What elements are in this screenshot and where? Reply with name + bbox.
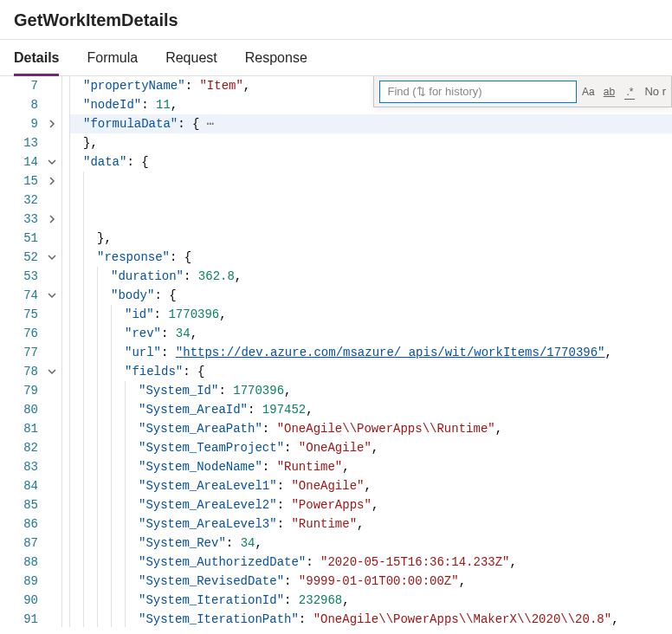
line-number: 79 <box>5 381 38 400</box>
fold-closed-icon[interactable] <box>42 171 61 191</box>
code-line[interactable]: "url": "https://dev.azure.com/msazure/_a… <box>69 343 672 362</box>
find-widget: Aa ab .* No r <box>373 76 672 107</box>
code-line[interactable]: "System_RevisedDate": "9999-01-01T00:00:… <box>69 572 672 591</box>
code-line[interactable]: "System_AreaPath": "OneAgile\\PowerApps\… <box>69 419 672 438</box>
line-number: 88 <box>5 553 38 572</box>
code-line[interactable]: "body": { <box>69 286 672 305</box>
fold-spacer <box>42 534 61 553</box>
code-line[interactable]: "fields": { <box>69 362 672 381</box>
line-number: 76 <box>5 324 38 343</box>
code-line[interactable]: }, <box>69 229 672 248</box>
line-number: 77 <box>5 343 38 362</box>
code-line[interactable]: "System_AreaId": 197452, <box>69 400 672 419</box>
line-number: 85 <box>5 495 38 514</box>
regex-toggle[interactable]: .* <box>620 82 639 101</box>
line-number: 14 <box>5 152 38 171</box>
code-line[interactable]: "System_IterationPath": "OneAgile\\Power… <box>69 610 672 627</box>
code-line[interactable]: "System_AreaLevel1": "OneAgile", <box>69 476 672 495</box>
fold-spacer <box>42 514 61 534</box>
fold-open-icon[interactable] <box>42 152 61 171</box>
line-number: 74 <box>5 286 38 305</box>
line-number: 13 <box>5 133 38 152</box>
fold-spacer <box>42 95 61 114</box>
code-line[interactable]: "id": 1770396, <box>69 305 672 324</box>
code-line[interactable] <box>69 171 672 191</box>
line-number: 15 <box>5 171 38 191</box>
fold-spacer <box>42 457 61 476</box>
fold-spacer <box>42 572 61 591</box>
fold-spacer <box>42 419 61 438</box>
code-line[interactable]: "System_Rev": 34, <box>69 534 672 553</box>
line-number: 7 <box>5 76 38 95</box>
code-line[interactable]: "formulaData": { ⋯ <box>69 114 672 133</box>
fold-spacer <box>42 133 61 152</box>
line-number: 78 <box>5 362 38 381</box>
tab-bar: Details Formula Request Response <box>0 40 672 76</box>
find-result-count: No r <box>644 85 666 98</box>
line-number: 91 <box>5 610 38 627</box>
fold-open-icon[interactable] <box>42 286 61 305</box>
line-number: 32 <box>5 191 38 210</box>
fold-open-icon[interactable] <box>42 362 61 381</box>
match-case-toggle[interactable]: Aa <box>578 82 598 101</box>
line-number: 90 <box>5 591 38 610</box>
fold-spacer <box>42 305 61 324</box>
tab-formula[interactable]: Formula <box>87 40 138 75</box>
line-number: 75 <box>5 305 38 324</box>
fold-closed-icon[interactable] <box>42 114 61 133</box>
fold-spacer <box>42 76 61 95</box>
line-number: 9 <box>5 114 38 133</box>
fold-spacer <box>42 591 61 610</box>
line-number: 83 <box>5 457 38 476</box>
fold-spacer <box>42 381 61 400</box>
panel-header: GetWorkItemDetails <box>0 0 672 40</box>
tab-details[interactable]: Details <box>14 40 59 75</box>
fold-spacer <box>42 495 61 514</box>
fold-spacer <box>42 191 61 210</box>
fold-spacer <box>42 343 61 362</box>
fold-spacer <box>42 438 61 457</box>
fold-spacer <box>42 267 61 286</box>
code-line[interactable] <box>69 210 672 229</box>
code-line[interactable]: "System_Id": 1770396, <box>69 381 672 400</box>
line-number: 53 <box>5 267 38 286</box>
code-line[interactable]: "System_AreaLevel2": "PowerApps", <box>69 495 672 514</box>
find-input[interactable] <box>379 81 577 103</box>
line-number: 82 <box>5 438 38 457</box>
line-number: 86 <box>5 514 38 534</box>
line-number: 87 <box>5 534 38 553</box>
code-line[interactable]: "System_AreaLevel3": "Runtime", <box>69 514 672 534</box>
fold-spacer <box>42 476 61 495</box>
line-number: 8 <box>5 95 38 114</box>
line-number: 52 <box>5 248 38 267</box>
code-line[interactable]: "duration": 362.8, <box>69 267 672 286</box>
whole-word-toggle[interactable]: ab <box>599 82 618 101</box>
code-line[interactable]: "System_TeamProject": "OneAgile", <box>69 438 672 457</box>
line-number-gutter: 7891314153233515253747576777879808182838… <box>0 76 42 627</box>
code-line[interactable]: "System_AuthorizedDate": "2020-05-15T16:… <box>69 553 672 572</box>
line-number: 51 <box>5 229 38 248</box>
tab-response[interactable]: Response <box>245 40 307 75</box>
code-line[interactable]: }, <box>69 133 672 152</box>
line-number: 89 <box>5 572 38 591</box>
tab-request[interactable]: Request <box>165 40 217 75</box>
line-number: 33 <box>5 210 38 229</box>
fold-spacer <box>42 324 61 343</box>
code-line[interactable]: "rev": 34, <box>69 324 672 343</box>
code-line[interactable]: "response": { <box>69 248 672 267</box>
fold-spacer <box>42 400 61 419</box>
fold-open-icon[interactable] <box>42 248 61 267</box>
fold-spacer <box>42 229 61 248</box>
line-number: 81 <box>5 419 38 438</box>
line-number: 80 <box>5 400 38 419</box>
code-line[interactable]: "System_NodeName": "Runtime", <box>69 457 672 476</box>
editor-area: Aa ab .* No r 78913141532335152537475767… <box>0 76 672 627</box>
fold-closed-icon[interactable] <box>42 210 61 229</box>
code-content[interactable]: "propertyName": "Item","nodeId": 11,"for… <box>62 76 672 627</box>
code-line[interactable]: "System_IterationId": 232968, <box>69 591 672 610</box>
fold-spacer <box>42 553 61 572</box>
fold-spacer <box>42 610 61 627</box>
code-line[interactable]: "data": { <box>69 152 672 171</box>
code-editor[interactable]: 7891314153233515253747576777879808182838… <box>0 76 672 627</box>
code-line[interactable] <box>69 191 672 210</box>
